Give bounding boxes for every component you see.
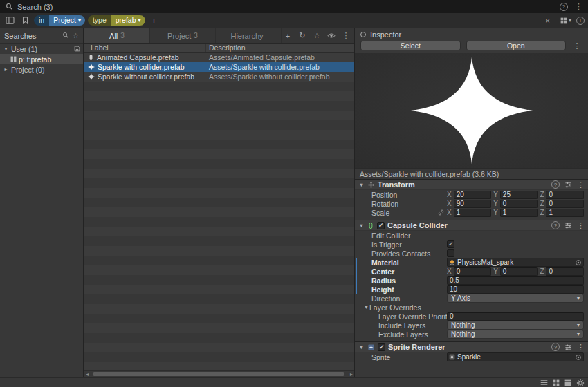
clear-search-button[interactable]: × <box>546 17 550 25</box>
saved-search-button[interactable] <box>19 15 31 26</box>
provides-contacts-checkbox[interactable] <box>447 249 454 257</box>
center-x-field[interactable]: 0 <box>454 267 492 276</box>
foldout-open-icon[interactable]: ▾ <box>358 344 365 350</box>
component-enabled-checkbox[interactable] <box>377 222 385 229</box>
select-button[interactable]: Select <box>360 41 461 50</box>
include-layers-dropdown[interactable]: Nothing ▾ <box>447 321 584 330</box>
is-trigger-row: Is Trigger <box>355 240 588 249</box>
rotation-x-field[interactable]: 90 <box>454 200 492 208</box>
kebab-menu-icon[interactable]: ⋮ <box>577 180 585 189</box>
filter-chip-type[interactable]: type prefab ▾ <box>88 15 145 26</box>
presets-icon[interactable] <box>564 343 572 351</box>
save-icon[interactable] <box>74 46 80 52</box>
result-row[interactable]: Sparkle without collider.prefab Assets/S… <box>84 72 354 82</box>
layer-overrides-foldout[interactable]: ▾ Layer Overrides <box>355 303 588 312</box>
window-menu-icon[interactable]: ⋮ <box>575 2 582 11</box>
add-tab-button[interactable]: + <box>282 30 294 41</box>
filter-key: type <box>88 15 111 26</box>
center-y-field[interactable]: 0 <box>500 267 538 276</box>
refresh-button[interactable]: ↻ <box>296 30 309 41</box>
foldout-open-icon[interactable]: ▾ <box>358 223 365 229</box>
star-icon[interactable]: ☆ <box>73 32 79 39</box>
help-icon[interactable]: ? <box>560 3 568 11</box>
center-z-field[interactable]: 0 <box>546 267 584 276</box>
eye-icon[interactable] <box>325 30 338 41</box>
object-picker-icon[interactable] <box>575 354 582 361</box>
add-filter-button[interactable]: + <box>148 15 160 26</box>
layout-picker-button[interactable]: ▾ <box>560 17 571 24</box>
sparkle-asset-icon <box>88 64 95 70</box>
list-view-icon[interactable] <box>540 379 548 386</box>
scale-y-field[interactable]: 1 <box>500 209 538 217</box>
star-icon[interactable]: ☆ <box>311 30 323 41</box>
search-toolbar: in Project ▾ type prefab ▾ + × ▾ i <box>0 13 588 28</box>
grid-view-icon[interactable] <box>553 379 560 386</box>
scale-x-field[interactable]: 1 <box>454 209 492 217</box>
rotation-z-field[interactable]: 0 <box>546 200 584 208</box>
capsule-collider-component-header[interactable]: ▾ Capsule Collider ? ⋮ <box>355 220 588 231</box>
sprite-renderer-component-header[interactable]: ▾ Sprite Renderer ? ⋮ <box>355 341 588 352</box>
result-row[interactable]: Animated Capsule.prefab Assets/Animated … <box>84 53 354 62</box>
sidebar-group-project[interactable]: ▸ Project (0) <box>0 64 83 75</box>
sprite-icon <box>449 354 455 360</box>
component-enabled-checkbox[interactable] <box>378 343 385 351</box>
priority-field[interactable]: 0 <box>447 312 584 321</box>
presets-icon[interactable] <box>564 222 572 229</box>
link-scale-icon[interactable] <box>438 209 447 216</box>
rotation-y-field[interactable]: 0 <box>500 200 538 208</box>
result-row-selected[interactable]: Sparkle with collider.prefab Assets/Spar… <box>84 62 354 72</box>
layer-override-priority-row: Layer Override Priority 0 <box>355 312 588 321</box>
position-x-field[interactable]: 20 <box>454 191 492 199</box>
radius-field[interactable]: 0.5 <box>447 276 584 285</box>
scale-row: Scale X 1 Y 1 Z 1 <box>355 208 588 217</box>
column-label[interactable]: Label <box>84 44 206 52</box>
column-description[interactable]: Description <box>206 44 354 52</box>
help-icon[interactable]: ? <box>551 180 560 189</box>
position-z-field[interactable]: 0 <box>546 191 584 199</box>
filter-value[interactable]: Project ▾ <box>49 15 85 26</box>
foldout-open-icon[interactable]: ▾ <box>363 304 369 310</box>
scroll-left-icon[interactable]: ◂ <box>86 371 89 377</box>
presets-icon[interactable] <box>564 181 572 189</box>
edit-collider-label[interactable]: Edit Collider <box>371 232 447 240</box>
gear-icon[interactable] <box>576 379 585 387</box>
scrollbar-thumb[interactable] <box>93 372 344 376</box>
open-button[interactable]: Open <box>466 41 567 50</box>
sidebar-item-saved-query[interactable]: p: t:prefab <box>0 54 83 64</box>
asset-preview <box>355 53 588 169</box>
kebab-menu-icon[interactable]: ⋮ <box>340 30 352 41</box>
transform-component-header[interactable]: ▾ Transform ? ⋮ <box>355 179 588 190</box>
height-field[interactable]: 10 <box>447 285 584 294</box>
toolbar-divider <box>555 16 555 26</box>
exclude-layers-dropdown[interactable]: Nothing ▾ <box>447 330 584 339</box>
big-grid-view-icon[interactable] <box>564 379 571 386</box>
sidebar-toggle-button[interactable] <box>3 15 16 26</box>
kebab-menu-icon[interactable]: ⋮ <box>577 343 585 352</box>
position-y-field[interactable]: 25 <box>500 191 538 199</box>
scroll-right-icon[interactable]: ▸ <box>350 371 353 377</box>
is-trigger-checkbox[interactable] <box>447 240 454 248</box>
search-icon[interactable] <box>62 32 69 39</box>
foldout-open-icon[interactable]: ▾ <box>358 182 365 188</box>
object-picker-icon[interactable] <box>575 259 582 266</box>
material-object-field[interactable]: PhysicsMat_spark <box>447 258 584 267</box>
kebab-menu-icon[interactable]: ⋮ <box>571 41 582 50</box>
scale-z-field[interactable]: 1 <box>546 209 584 217</box>
sprite-object-field[interactable]: Sparkle <box>447 352 584 361</box>
foldout-closed-icon[interactable]: ▸ <box>3 66 9 73</box>
direction-dropdown[interactable]: Y-Axis ▾ <box>447 294 584 303</box>
tab-hierarchy[interactable]: Hierarchy <box>216 28 282 43</box>
horizontal-scrollbar[interactable]: ◂ ▸ <box>84 370 354 377</box>
tab-project[interactable]: Project3 <box>150 28 216 43</box>
layer-overrides-label: Layer Overrides <box>369 303 445 312</box>
sidebar-group-user[interactable]: ▾ User (1) <box>0 44 83 54</box>
kebab-menu-icon[interactable]: ⋮ <box>577 221 585 230</box>
tab-all[interactable]: All3 <box>84 28 150 43</box>
filter-chip-in[interactable]: in Project ▾ <box>34 15 85 26</box>
inspector-icon <box>360 31 367 38</box>
search-info-button[interactable]: i <box>576 17 585 25</box>
help-icon[interactable]: ? <box>551 343 560 351</box>
foldout-open-icon[interactable]: ▾ <box>3 46 9 52</box>
filter-value[interactable]: prefab ▾ <box>111 15 145 26</box>
help-icon[interactable]: ? <box>551 221 560 229</box>
